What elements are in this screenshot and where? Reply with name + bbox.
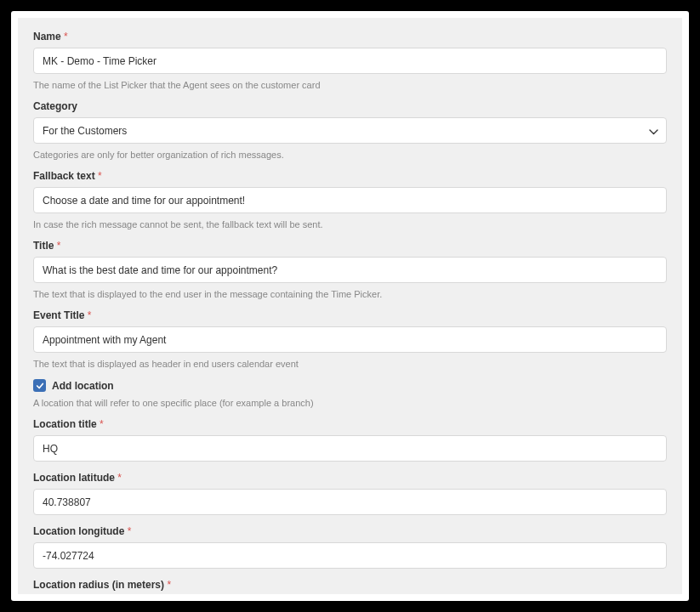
add-location-checkbox[interactable] [33, 379, 46, 392]
location-longitude-input[interactable] [33, 542, 667, 569]
field-group-location-title: Location title * [33, 418, 667, 462]
required-indicator: * [117, 472, 122, 484]
title-input[interactable] [33, 257, 667, 283]
add-location-label: Add location [52, 380, 114, 392]
category-label-text: Category [33, 100, 77, 112]
field-group-fallback: Fallback text * [33, 170, 667, 213]
fallback-text-hint: In case the rich message cannot be sent,… [33, 219, 667, 230]
location-title-label-text: Location title [33, 418, 97, 430]
location-longitude-label-text: Location longitude [33, 525, 124, 537]
required-indicator: * [98, 170, 102, 182]
field-group-location-latitude: Location latitude * [33, 472, 667, 515]
event-title-hint: The text that is displayed as header in … [33, 359, 667, 369]
required-indicator: * [167, 579, 171, 591]
location-longitude-label: Location longitude * [33, 525, 667, 537]
required-indicator: * [128, 525, 132, 537]
location-radius-label-text: Location radius (in meters) [33, 579, 164, 591]
field-group-event-title: Event Title * [33, 309, 667, 353]
field-group-category: Category For the Customers [33, 100, 667, 144]
event-title-label-text: Event Title [33, 309, 84, 321]
location-latitude-label: Location latitude * [33, 472, 667, 484]
location-title-label: Location title * [33, 418, 667, 430]
add-location-hint: A location that will refer to one specif… [33, 398, 667, 408]
name-label: Name * [33, 31, 667, 42]
required-indicator: * [88, 309, 92, 321]
event-title-label: Event Title * [33, 309, 667, 321]
field-group-name: Name * [33, 31, 667, 74]
category-select[interactable]: For the Customers [33, 117, 667, 144]
field-group-location-radius: Location radius (in meters) * [33, 579, 667, 594]
category-select-wrapper: For the Customers [33, 117, 667, 144]
form-outer-frame: Name * The name of the List Picker that … [11, 11, 689, 601]
form-container: Name * The name of the List Picker that … [18, 18, 682, 594]
location-radius-label: Location radius (in meters) * [33, 579, 667, 591]
title-label: Title * [33, 240, 667, 252]
name-label-text: Name [33, 31, 61, 42]
title-hint: The text that is displayed to the end us… [33, 289, 667, 299]
fallback-text-input[interactable] [33, 187, 667, 213]
name-input[interactable] [33, 48, 667, 74]
add-location-row: Add location [33, 379, 667, 392]
fallback-text-label-text: Fallback text [33, 170, 95, 182]
name-hint: The name of the List Picker that the Age… [33, 80, 667, 90]
category-hint: Categories are only for better organizat… [33, 150, 667, 160]
event-title-input[interactable] [33, 326, 667, 353]
required-indicator: * [100, 418, 104, 430]
field-group-title: Title * [33, 240, 667, 283]
required-indicator: * [64, 31, 68, 42]
location-latitude-label-text: Location latitude [33, 472, 115, 484]
title-label-text: Title [33, 240, 54, 252]
location-title-input[interactable] [33, 435, 667, 462]
category-label: Category [33, 100, 667, 112]
required-indicator: * [57, 240, 61, 252]
field-group-location-longitude: Location longitude * [33, 525, 667, 569]
checkmark-icon [36, 382, 44, 390]
fallback-text-label: Fallback text * [33, 170, 667, 182]
location-latitude-input[interactable] [33, 489, 667, 515]
